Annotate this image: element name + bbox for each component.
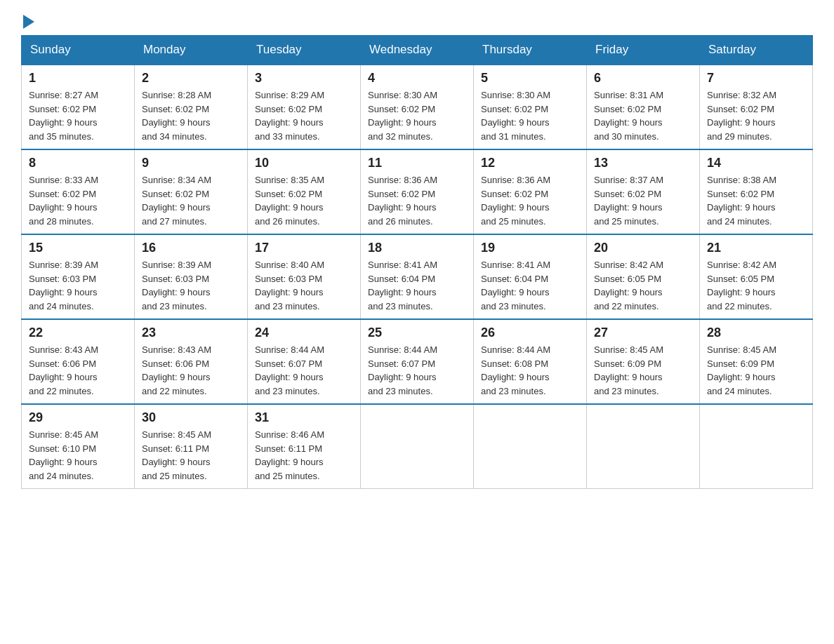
day-number: 11 xyxy=(368,156,466,170)
day-info: Sunrise: 8:30 AMSunset: 6:02 PMDaylight:… xyxy=(368,88,466,143)
calendar-week-3: 15Sunrise: 8:39 AMSunset: 6:03 PMDayligh… xyxy=(22,234,813,319)
day-info: Sunrise: 8:41 AMSunset: 6:04 PMDaylight:… xyxy=(368,258,466,313)
day-info: Sunrise: 8:46 AMSunset: 6:11 PMDaylight:… xyxy=(255,428,353,483)
page-header xyxy=(21,14,813,28)
day-info: Sunrise: 8:43 AMSunset: 6:06 PMDaylight:… xyxy=(29,343,127,398)
day-number: 12 xyxy=(481,156,579,170)
calendar-cell: 16Sunrise: 8:39 AMSunset: 6:03 PMDayligh… xyxy=(135,234,248,319)
day-number: 4 xyxy=(368,71,466,86)
day-number: 17 xyxy=(255,241,353,255)
day-info: Sunrise: 8:28 AMSunset: 6:02 PMDaylight:… xyxy=(142,88,240,143)
day-number: 22 xyxy=(29,326,127,340)
day-number: 13 xyxy=(594,156,692,170)
calendar-week-2: 8Sunrise: 8:33 AMSunset: 6:02 PMDaylight… xyxy=(22,149,813,234)
calendar-cell: 12Sunrise: 8:36 AMSunset: 6:02 PMDayligh… xyxy=(474,149,587,234)
day-info: Sunrise: 8:45 AMSunset: 6:11 PMDaylight:… xyxy=(142,428,240,483)
day-info: Sunrise: 8:45 AMSunset: 6:09 PMDaylight:… xyxy=(707,343,805,398)
day-info: Sunrise: 8:36 AMSunset: 6:02 PMDaylight:… xyxy=(481,173,579,228)
day-number: 28 xyxy=(707,326,805,340)
day-info: Sunrise: 8:44 AMSunset: 6:07 PMDaylight:… xyxy=(368,343,466,398)
day-number: 26 xyxy=(481,326,579,340)
calendar-week-4: 22Sunrise: 8:43 AMSunset: 6:06 PMDayligh… xyxy=(22,319,813,404)
day-info: Sunrise: 8:32 AMSunset: 6:02 PMDaylight:… xyxy=(707,88,805,143)
calendar-cell: 21Sunrise: 8:42 AMSunset: 6:05 PMDayligh… xyxy=(700,234,813,319)
day-info: Sunrise: 8:36 AMSunset: 6:02 PMDaylight:… xyxy=(368,173,466,228)
calendar-cell: 19Sunrise: 8:41 AMSunset: 6:04 PMDayligh… xyxy=(474,234,587,319)
day-number: 7 xyxy=(707,71,805,86)
day-number: 27 xyxy=(594,326,692,340)
day-info: Sunrise: 8:38 AMSunset: 6:02 PMDaylight:… xyxy=(707,173,805,228)
day-info: Sunrise: 8:39 AMSunset: 6:03 PMDaylight:… xyxy=(29,258,127,313)
calendar-cell: 29Sunrise: 8:45 AMSunset: 6:10 PMDayligh… xyxy=(22,404,135,489)
day-info: Sunrise: 8:44 AMSunset: 6:08 PMDaylight:… xyxy=(481,343,579,398)
calendar-cell: 2Sunrise: 8:28 AMSunset: 6:02 PMDaylight… xyxy=(135,65,248,149)
calendar-cell: 27Sunrise: 8:45 AMSunset: 6:09 PMDayligh… xyxy=(587,319,700,404)
day-info: Sunrise: 8:44 AMSunset: 6:07 PMDaylight:… xyxy=(255,343,353,398)
weekday-header-tuesday: Tuesday xyxy=(248,36,361,65)
day-number: 8 xyxy=(29,156,127,170)
day-info: Sunrise: 8:33 AMSunset: 6:02 PMDaylight:… xyxy=(29,173,127,228)
calendar-cell: 7Sunrise: 8:32 AMSunset: 6:02 PMDaylight… xyxy=(700,65,813,149)
weekday-header-sunday: Sunday xyxy=(22,36,135,65)
day-info: Sunrise: 8:29 AMSunset: 6:02 PMDaylight:… xyxy=(255,88,353,143)
day-number: 21 xyxy=(707,241,805,255)
calendar-cell xyxy=(700,404,813,489)
calendar-cell: 13Sunrise: 8:37 AMSunset: 6:02 PMDayligh… xyxy=(587,149,700,234)
calendar-cell: 20Sunrise: 8:42 AMSunset: 6:05 PMDayligh… xyxy=(587,234,700,319)
day-number: 2 xyxy=(142,71,240,86)
calendar-cell: 14Sunrise: 8:38 AMSunset: 6:02 PMDayligh… xyxy=(700,149,813,234)
weekday-header-friday: Friday xyxy=(587,36,700,65)
day-number: 31 xyxy=(255,410,353,425)
calendar-cell: 5Sunrise: 8:30 AMSunset: 6:02 PMDaylight… xyxy=(474,65,587,149)
weekday-header-thursday: Thursday xyxy=(474,36,587,65)
calendar-cell: 18Sunrise: 8:41 AMSunset: 6:04 PMDayligh… xyxy=(361,234,474,319)
day-number: 24 xyxy=(255,326,353,340)
calendar-cell: 3Sunrise: 8:29 AMSunset: 6:02 PMDaylight… xyxy=(248,65,361,149)
day-number: 25 xyxy=(368,326,466,340)
weekday-header-saturday: Saturday xyxy=(700,36,813,65)
calendar-cell: 11Sunrise: 8:36 AMSunset: 6:02 PMDayligh… xyxy=(361,149,474,234)
calendar-cell: 24Sunrise: 8:44 AMSunset: 6:07 PMDayligh… xyxy=(248,319,361,404)
calendar-cell: 26Sunrise: 8:44 AMSunset: 6:08 PMDayligh… xyxy=(474,319,587,404)
day-number: 18 xyxy=(368,241,466,255)
day-info: Sunrise: 8:34 AMSunset: 6:02 PMDaylight:… xyxy=(142,173,240,228)
day-number: 14 xyxy=(707,156,805,170)
calendar-cell xyxy=(474,404,587,489)
day-info: Sunrise: 8:45 AMSunset: 6:09 PMDaylight:… xyxy=(594,343,692,398)
calendar-cell: 25Sunrise: 8:44 AMSunset: 6:07 PMDayligh… xyxy=(361,319,474,404)
day-info: Sunrise: 8:27 AMSunset: 6:02 PMDaylight:… xyxy=(29,88,127,143)
calendar-cell: 31Sunrise: 8:46 AMSunset: 6:11 PMDayligh… xyxy=(248,404,361,489)
day-info: Sunrise: 8:30 AMSunset: 6:02 PMDaylight:… xyxy=(481,88,579,143)
calendar-week-5: 29Sunrise: 8:45 AMSunset: 6:10 PMDayligh… xyxy=(22,404,813,489)
calendar-cell xyxy=(587,404,700,489)
day-number: 16 xyxy=(142,241,240,255)
weekday-header-wednesday: Wednesday xyxy=(361,36,474,65)
day-number: 10 xyxy=(255,156,353,170)
calendar-cell: 6Sunrise: 8:31 AMSunset: 6:02 PMDaylight… xyxy=(587,65,700,149)
logo-line2 xyxy=(21,14,34,28)
day-number: 9 xyxy=(142,156,240,170)
calendar-cell: 23Sunrise: 8:43 AMSunset: 6:06 PMDayligh… xyxy=(135,319,248,404)
day-info: Sunrise: 8:41 AMSunset: 6:04 PMDaylight:… xyxy=(481,258,579,313)
day-number: 3 xyxy=(255,71,353,86)
calendar-cell: 30Sunrise: 8:45 AMSunset: 6:11 PMDayligh… xyxy=(135,404,248,489)
calendar-cell: 17Sunrise: 8:40 AMSunset: 6:03 PMDayligh… xyxy=(248,234,361,319)
day-info: Sunrise: 8:35 AMSunset: 6:02 PMDaylight:… xyxy=(255,173,353,228)
day-number: 5 xyxy=(481,71,579,86)
calendar-cell: 10Sunrise: 8:35 AMSunset: 6:02 PMDayligh… xyxy=(248,149,361,234)
day-info: Sunrise: 8:31 AMSunset: 6:02 PMDaylight:… xyxy=(594,88,692,143)
day-number: 29 xyxy=(29,410,127,425)
weekday-header-monday: Monday xyxy=(135,36,248,65)
day-number: 19 xyxy=(481,241,579,255)
calendar-cell: 15Sunrise: 8:39 AMSunset: 6:03 PMDayligh… xyxy=(22,234,135,319)
day-info: Sunrise: 8:40 AMSunset: 6:03 PMDaylight:… xyxy=(255,258,353,313)
day-number: 20 xyxy=(594,241,692,255)
day-info: Sunrise: 8:37 AMSunset: 6:02 PMDaylight:… xyxy=(594,173,692,228)
day-info: Sunrise: 8:43 AMSunset: 6:06 PMDaylight:… xyxy=(142,343,240,398)
weekday-header-row: SundayMondayTuesdayWednesdayThursdayFrid… xyxy=(22,36,813,65)
calendar-cell: 1Sunrise: 8:27 AMSunset: 6:02 PMDaylight… xyxy=(22,65,135,149)
day-info: Sunrise: 8:45 AMSunset: 6:10 PMDaylight:… xyxy=(29,428,127,483)
day-info: Sunrise: 8:42 AMSunset: 6:05 PMDaylight:… xyxy=(594,258,692,313)
day-info: Sunrise: 8:42 AMSunset: 6:05 PMDaylight:… xyxy=(707,258,805,313)
calendar-week-1: 1Sunrise: 8:27 AMSunset: 6:02 PMDaylight… xyxy=(22,65,813,149)
